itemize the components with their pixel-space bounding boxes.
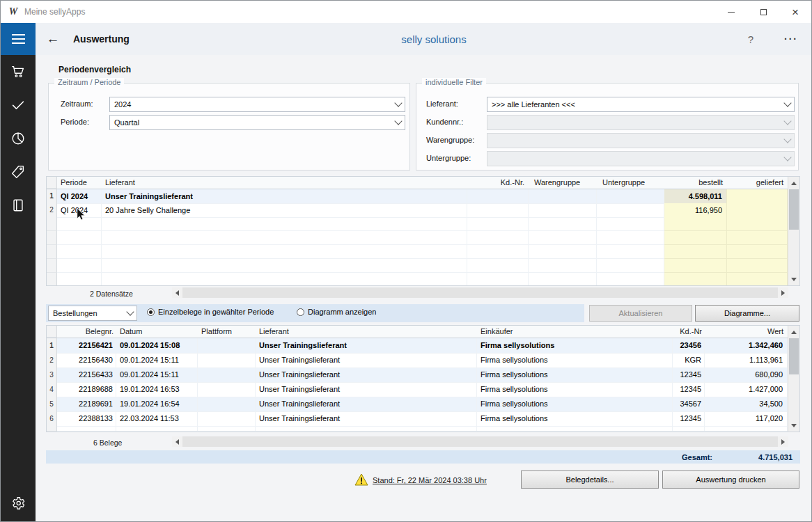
detail-table-status: 6 Belege — [93, 438, 122, 447]
radio-selected-icon — [147, 308, 155, 316]
col-kdnr[interactable]: Kd.-Nr. — [467, 177, 529, 189]
radio-unselected-icon — [297, 308, 304, 316]
scroll-left-button[interactable] — [172, 436, 182, 447]
detail-table-vscrollbar[interactable] — [788, 326, 799, 432]
periode-select[interactable]: Quartal — [109, 115, 405, 130]
detail-table-row[interactable]: 6 22388133 22.03.2024 11:53 Unser Traini… — [47, 411, 799, 426]
lieferant-select[interactable]: >>> alle Lieferanten <<< — [487, 97, 795, 112]
chevron-down-icon — [123, 306, 136, 320]
sidebar — [1, 55, 36, 521]
gesamt-label: Gesamt: — [682, 453, 712, 461]
radio-einzelbelege[interactable]: Einzelbelege in gewählter Periode — [147, 308, 274, 316]
zeitraum-groupbox-title: Zeitraum / Periode — [54, 78, 124, 86]
sidebar-item-tasks[interactable] — [1, 88, 36, 122]
col-belegnr[interactable]: Belegnr. — [57, 326, 116, 338]
lieferant-value: >>> alle Lieferanten <<< — [492, 100, 575, 109]
chevron-down-icon — [781, 116, 794, 129]
filter-groupbox: individuelle Filter Lieferant: >>> alle … — [416, 83, 799, 171]
zeitraum-select[interactable]: 2024 — [109, 97, 405, 112]
scroll-thumb[interactable] — [182, 436, 778, 447]
col-periode[interactable]: Periode — [57, 177, 102, 189]
minimize-button[interactable] — [715, 1, 747, 23]
scroll-thumb[interactable] — [789, 338, 799, 374]
scroll-left-button[interactable] — [172, 287, 182, 298]
diagramme-button[interactable]: Diagramme... — [695, 305, 799, 322]
col-plattform[interactable]: Plattform — [198, 326, 256, 338]
period-table-vscrollbar[interactable] — [788, 177, 799, 285]
sidebar-item-analytics[interactable] — [1, 122, 36, 155]
scroll-down-button[interactable] — [788, 274, 799, 285]
detail-table-hscrollbar[interactable] — [172, 436, 788, 447]
app-header: ← Auswertung selly solutions ? ··· — [1, 23, 811, 55]
hamburger-menu-button[interactable] — [1, 23, 36, 55]
back-arrow-icon: ← — [47, 31, 60, 47]
filter-groupbox-title: individuelle Filter — [422, 78, 486, 86]
zeitraum-groupbox: Zeitraum / Periode Zeitraum: 2024 Period… — [48, 83, 410, 171]
scroll-thumb[interactable] — [789, 189, 799, 230]
radio-diagramm[interactable]: Diagramm anzeigen — [297, 308, 376, 316]
col-warengruppe[interactable]: Warengruppe — [529, 177, 597, 189]
mouse-cursor — [76, 207, 86, 221]
main-content: Periodenvergleich Zeitraum / Periode Zei… — [36, 55, 811, 521]
periode-value: Quartal — [114, 118, 139, 127]
scroll-up-button[interactable] — [788, 326, 799, 338]
col-lieferant[interactable]: Lieferant — [102, 177, 467, 189]
help-button[interactable]: ? — [740, 23, 761, 55]
close-icon: × — [792, 6, 799, 18]
maximize-button[interactable] — [747, 1, 779, 23]
detail-table-row[interactable]: 3 22156433 09.01.2024 15:11 Unser Traini… — [47, 367, 799, 382]
sidebar-item-catalog[interactable] — [1, 189, 36, 222]
tag-icon — [10, 164, 26, 180]
period-table-hscrollbar[interactable] — [172, 287, 788, 298]
col-untergruppe[interactable]: Untergruppe — [597, 177, 664, 189]
col-wert[interactable]: Wert — [705, 326, 788, 338]
belegart-value: Bestellungen — [53, 309, 97, 317]
gesamt-row: Gesamt: 4.715,031 — [46, 450, 800, 464]
warengruppe-select — [487, 133, 795, 148]
close-button[interactable]: × — [779, 1, 811, 23]
scroll-right-button[interactable] — [778, 287, 788, 298]
chevron-down-icon — [391, 97, 405, 111]
detail-table-row[interactable]: 2 22156430 09.01.2024 15:11 Unser Traini… — [47, 353, 799, 367]
title-bar: W Meine sellyApps × — [1, 1, 811, 23]
period-table-status: 2 Datensätze — [90, 290, 133, 298]
more-button[interactable]: ··· — [779, 23, 803, 55]
aktualisieren-button: Aktualisieren — [589, 305, 692, 322]
periode-label: Periode: — [61, 118, 89, 126]
col-lieferant[interactable]: Lieferant — [256, 326, 477, 338]
hamburger-icon — [12, 34, 25, 35]
col-bestellt[interactable]: bestellt — [664, 177, 727, 189]
auswertung-drucken-button[interactable]: Auswertung drucken — [662, 470, 799, 489]
zeitraum-value: 2024 — [114, 100, 131, 109]
sidebar-item-tags[interactable] — [1, 155, 36, 189]
scroll-up-button[interactable] — [788, 177, 799, 189]
period-table-row[interactable]: 2 QI 2024 20 Jahre Selly Challenge 116,9… — [47, 203, 799, 217]
radio-einzelbelege-label: Einzelbelege in gewählter Periode — [158, 308, 274, 316]
gesamt-value: 4.715,031 — [712, 453, 793, 461]
sidebar-item-cart[interactable] — [1, 55, 36, 88]
catalog-icon — [10, 198, 26, 213]
belegdetails-button[interactable]: Belegdetails... — [521, 470, 659, 489]
scroll-right-button[interactable] — [778, 436, 788, 447]
col-einkaeufer[interactable]: Einkäufer — [477, 326, 673, 338]
app-window: W Meine sellyApps × ← Auswertung selly s… — [0, 0, 812, 522]
more-icon: ··· — [784, 33, 798, 45]
period-table-row[interactable]: 1 QI 2024 Unser Trainingslieferant 4.598… — [47, 189, 799, 203]
detail-table-row[interactable]: 1 22156421 09.01.2024 15:08 Unser Traini… — [47, 338, 799, 353]
col-datum[interactable]: Datum — [116, 326, 198, 338]
sidebar-item-settings[interactable] — [1, 487, 36, 520]
col-kdnr[interactable]: Kd.-Nr — [673, 326, 705, 338]
stand-link[interactable]: Stand: Fr, 22 Mär 2024 03:38 Uhr — [373, 476, 487, 484]
detail-table: Belegnr. Datum Plattform Lieferant Einkä… — [46, 325, 800, 432]
kundennr-label: Kundennr.: — [426, 118, 463, 126]
belegart-select[interactable]: Bestellungen — [48, 306, 137, 321]
scroll-thumb[interactable] — [182, 287, 778, 298]
detail-table-row[interactable]: 5 22189691 19.01.2024 16:54 Unser Traini… — [47, 397, 799, 411]
period-table-header: Periode Lieferant Kd.-Nr. Warengruppe Un… — [47, 177, 799, 189]
triangle-left-icon — [175, 290, 179, 296]
back-button[interactable]: ← — [42, 23, 63, 55]
col-geliefert[interactable]: geliefert — [727, 177, 788, 189]
scroll-down-button[interactable] — [788, 420, 799, 431]
page-title: Auswertung — [73, 23, 130, 55]
detail-table-row[interactable]: 4 22189688 19.01.2024 16:53 Unser Traini… — [47, 382, 799, 397]
